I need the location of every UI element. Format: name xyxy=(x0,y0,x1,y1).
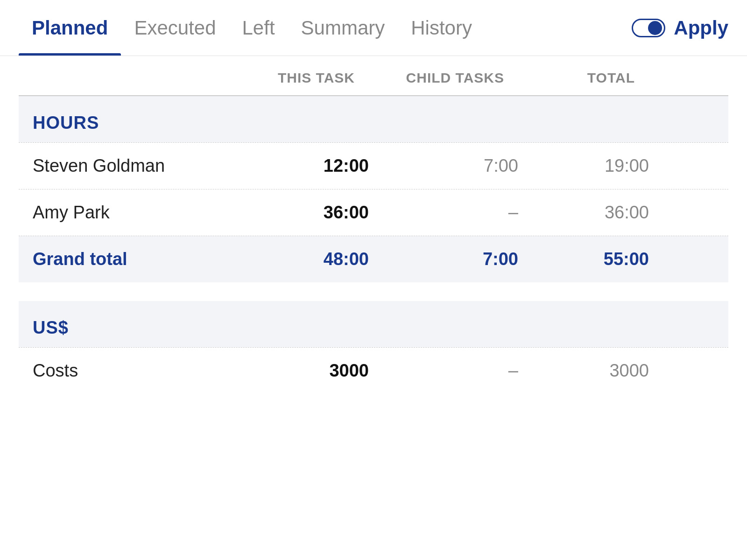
table-area: THIS TASK CHILD TASKS TOTAL HOURS Steven… xyxy=(0,56,747,394)
row-value-costs-total: 3000 xyxy=(528,361,658,381)
apply-toggle-area[interactable]: Apply xyxy=(632,17,728,39)
row-label-costs: Costs xyxy=(33,361,229,381)
usd-section-title: US$ xyxy=(33,318,69,337)
grand-total-child-tasks: 7:00 xyxy=(378,249,528,269)
col-header-total: TOTAL xyxy=(514,70,644,86)
row-value-amy-this-task: 36:00 xyxy=(229,203,378,223)
usd-section-header: US$ xyxy=(19,301,728,347)
column-headers: THIS TASK CHILD TASKS TOTAL xyxy=(19,56,728,96)
apply-label: Apply xyxy=(674,17,728,39)
apply-toggle[interactable] xyxy=(632,19,665,37)
row-value-amy-child-tasks: – xyxy=(378,203,528,223)
col-header-this-task: THIS TASK xyxy=(215,70,364,86)
row-label-amy: Amy Park xyxy=(33,203,229,223)
grand-total-this-task: 48:00 xyxy=(229,249,378,269)
hours-section-header: HOURS xyxy=(19,96,728,142)
grand-total-total: 55:00 xyxy=(528,249,658,269)
hours-section: HOURS Steven Goldman 12:00 7:00 19:00 Am… xyxy=(19,96,728,282)
row-value-amy-total: 36:00 xyxy=(528,203,658,223)
tab-bar: Planned Executed Left Summary History Ap… xyxy=(0,0,747,56)
row-value-steven-total: 19:00 xyxy=(528,156,658,176)
row-value-costs-this-task: 3000 xyxy=(229,361,378,381)
tab-executed[interactable]: Executed xyxy=(121,0,229,56)
toggle-knob xyxy=(648,21,662,35)
tab-planned[interactable]: Planned xyxy=(19,0,121,56)
section-gap xyxy=(19,282,728,301)
row-label-steven: Steven Goldman xyxy=(33,156,229,176)
row-value-steven-child-tasks: 7:00 xyxy=(378,156,528,176)
table-row: Costs 3000 – 3000 xyxy=(19,347,728,394)
col-header-name xyxy=(19,70,215,86)
col-header-child-tasks: CHILD TASKS xyxy=(364,70,514,86)
table-row: Steven Goldman 12:00 7:00 19:00 xyxy=(19,142,728,189)
table-row: Amy Park 36:00 – 36:00 xyxy=(19,189,728,236)
grand-total-label: Grand total xyxy=(33,249,229,269)
tab-left[interactable]: Left xyxy=(229,0,288,56)
tab-summary[interactable]: Summary xyxy=(288,0,398,56)
hours-section-title: HOURS xyxy=(33,113,99,133)
usd-section: US$ Costs 3000 – 3000 xyxy=(19,301,728,394)
row-value-costs-child-tasks: – xyxy=(378,361,528,381)
grand-total-row: Grand total 48:00 7:00 55:00 xyxy=(19,236,728,282)
tab-history[interactable]: History xyxy=(398,0,485,56)
row-value-steven-this-task: 12:00 xyxy=(229,156,378,176)
